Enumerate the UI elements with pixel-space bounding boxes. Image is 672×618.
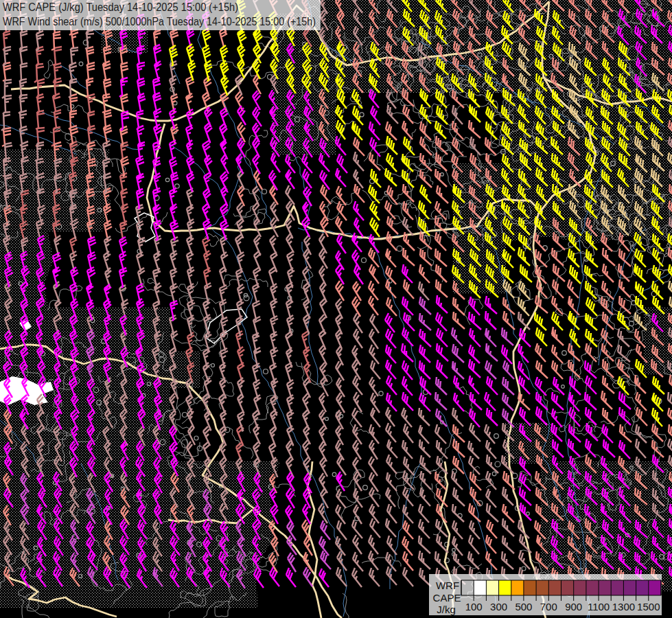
svg-text:WRF Wind shear (m/s) 500/1000h: WRF Wind shear (m/s) 500/1000hPa Tuesday…: [3, 15, 316, 28]
svg-text:WRF CAPE (J/kg) Tuesday 14-10-: WRF CAPE (J/kg) Tuesday 14-10-2025 15:00…: [3, 1, 238, 14]
svg-text:WRF: WRF: [436, 580, 459, 591]
svg-text:1500: 1500: [637, 601, 660, 613]
svg-text:1100: 1100: [588, 601, 610, 613]
svg-text:500: 500: [515, 601, 532, 613]
svg-text:J/kg: J/kg: [437, 604, 456, 615]
svg-text:900: 900: [565, 601, 582, 613]
svg-text:100: 100: [465, 601, 483, 613]
svg-text:700: 700: [540, 601, 557, 613]
svg-text:1300: 1300: [612, 601, 635, 613]
svg-text:300: 300: [490, 601, 507, 613]
svg-text:CAPE: CAPE: [433, 592, 461, 604]
